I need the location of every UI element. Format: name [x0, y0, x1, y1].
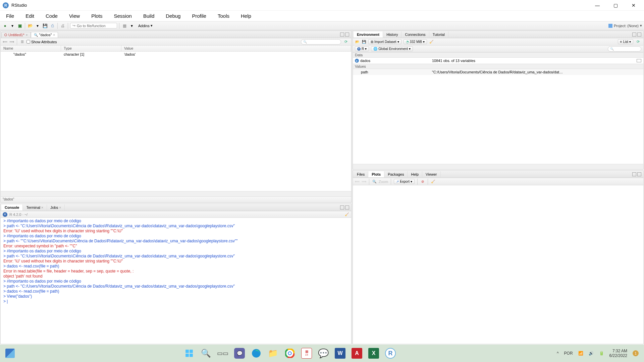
close-icon[interactable]: ×	[59, 206, 61, 209]
tab-plots[interactable]: Plots	[368, 171, 384, 177]
refresh-icon[interactable]: ⟳	[637, 40, 641, 44]
battery-icon[interactable]: 🔋	[599, 351, 604, 356]
excel-icon[interactable]: X	[368, 348, 379, 359]
prev-plot-icon[interactable]: ⟸	[355, 179, 360, 184]
tab-dados[interactable]: 🔍 "dados" ×	[31, 32, 58, 38]
clear-env-icon[interactable]: 🧹	[429, 40, 434, 44]
print-icon[interactable]: 🖨	[60, 23, 66, 29]
tab-history[interactable]: History	[383, 32, 401, 38]
r-engine-button[interactable]: R R ▾	[355, 46, 369, 51]
tab-connections[interactable]: Connections	[401, 32, 429, 38]
menu-code[interactable]: Code	[44, 12, 60, 20]
teams-icon[interactable]: 💬	[234, 348, 245, 359]
zoom-icon[interactable]: 🔍	[372, 179, 377, 184]
close-icon[interactable]: ×	[26, 33, 28, 37]
pane-minimize-icon[interactable]	[340, 33, 344, 37]
column-name[interactable]: Name	[1, 46, 61, 51]
grid-dropdown-icon[interactable]: ▾	[129, 23, 135, 29]
tab-tutorial[interactable]: Tutorial	[429, 32, 448, 38]
grid-icon[interactable]: ▦	[121, 23, 127, 29]
close-button[interactable]: ✕	[626, 0, 641, 11]
filter-icon[interactable]: ☰	[20, 40, 24, 44]
language-indicator[interactable]: POR	[564, 351, 573, 356]
import-dataset-button[interactable]: ⊞ Import Dataset ▾	[368, 39, 401, 44]
pane-maximize-icon[interactable]	[345, 33, 349, 37]
tab-jobs[interactable]: Jobs ×	[47, 204, 65, 210]
explorer-icon[interactable]: 📁	[268, 348, 278, 359]
refresh-icon[interactable]: ⟳	[344, 40, 349, 44]
tab-untitled1[interactable]: Untitled1* ×	[1, 32, 31, 38]
show-attributes-checkbox[interactable]: Show Attributes	[26, 40, 57, 44]
column-type[interactable]: Type	[61, 46, 121, 51]
save-workspace-icon[interactable]: 💾	[362, 40, 366, 44]
open-file-icon[interactable]: 📂	[27, 23, 33, 29]
menu-view[interactable]: View	[67, 12, 82, 20]
horizontal-scrollbar[interactable]	[1, 191, 351, 196]
volume-icon[interactable]: 🔊	[589, 351, 594, 356]
task-view-icon[interactable]: ▭▭	[217, 348, 228, 359]
menu-plots[interactable]: Plots	[89, 12, 104, 20]
notification-badge[interactable]: 1	[633, 350, 639, 356]
wifi-icon[interactable]: 📶	[578, 351, 583, 356]
addins-button[interactable]: Addins ▾	[136, 23, 155, 28]
close-icon[interactable]: ×	[41, 206, 43, 209]
clear-console-icon[interactable]: 🧹	[344, 212, 349, 217]
tab-files[interactable]: Files	[354, 171, 368, 177]
horizontal-scrollbar[interactable]	[353, 164, 643, 169]
acrobat-icon[interactable]: A	[352, 348, 362, 359]
pane-minimize-icon[interactable]	[632, 33, 636, 37]
tab-terminal[interactable]: Terminal ×	[23, 204, 47, 210]
menu-tools[interactable]: Tools	[216, 12, 231, 20]
list-view-button[interactable]: ≡ List ▾	[618, 39, 633, 44]
menu-session[interactable]: Session	[112, 12, 134, 20]
close-icon[interactable]: ×	[53, 33, 55, 37]
back-icon[interactable]: ⟸	[3, 40, 7, 44]
menu-debug[interactable]: Debug	[164, 12, 182, 20]
expand-icon[interactable]: ▸	[355, 59, 359, 63]
open-dropdown-icon[interactable]: ▾	[35, 23, 41, 29]
new-file-icon[interactable]: ●	[2, 23, 8, 29]
rstudio-taskbar-icon[interactable]: R	[385, 348, 396, 359]
clock[interactable]: 7:32 AM 6/22/2022	[609, 349, 627, 358]
save-all-icon[interactable]: ⎙	[49, 23, 55, 29]
export-button[interactable]: ↗ Export ▾	[394, 179, 415, 184]
column-value[interactable]: Value	[121, 46, 351, 51]
save-icon[interactable]: 💾	[42, 23, 48, 29]
new-project-icon[interactable]: ▣	[17, 23, 23, 29]
pane-maximize-icon[interactable]	[637, 33, 641, 37]
global-env-button[interactable]: 🌐 Global Environment ▾	[371, 46, 413, 51]
memory-usage-button[interactable]: ◔ 332 MiB ▾	[404, 39, 427, 44]
menu-profile[interactable]: Profile	[190, 12, 208, 20]
tab-environment[interactable]: Environment	[354, 32, 383, 38]
calendar-icon[interactable]: ▦15	[301, 348, 312, 359]
tray-chevron-icon[interactable]: ^	[557, 351, 559, 356]
tab-help[interactable]: Help	[408, 171, 422, 177]
env-row-dados[interactable]: ▸ dados 10841 obs. of 13 variables	[353, 58, 643, 64]
whatsapp-icon[interactable]: 💬	[318, 348, 329, 359]
tab-viewer[interactable]: Viewer	[422, 171, 440, 177]
maximize-button[interactable]: ▢	[608, 0, 623, 11]
env-search-input[interactable]	[608, 46, 641, 52]
chrome-icon[interactable]	[284, 348, 295, 359]
pane-minimize-icon[interactable]	[340, 205, 344, 209]
word-icon[interactable]: W	[335, 348, 345, 359]
env-row-path[interactable]: path "C:/Users/Vitoria/Documents/Ciência…	[353, 69, 643, 75]
tab-console[interactable]: Console	[1, 204, 23, 210]
search-icon[interactable]: 🔍	[201, 348, 211, 359]
goto-file-input[interactable]: ↪ Go to file/function	[70, 23, 117, 28]
new-file-dropdown-icon[interactable]: ▾	[9, 23, 15, 29]
viewer-search-input[interactable]	[301, 39, 341, 45]
view-table-icon[interactable]	[637, 59, 641, 62]
forward-icon[interactable]: ⟹	[9, 40, 14, 44]
widgets-icon[interactable]	[5, 349, 15, 358]
pane-maximize-icon[interactable]	[637, 172, 641, 176]
pane-maximize-icon[interactable]	[345, 205, 349, 209]
remove-plot-icon[interactable]: ⊘	[420, 179, 425, 184]
menu-help[interactable]: Help	[239, 12, 253, 20]
menu-build[interactable]: Build	[141, 12, 156, 20]
tab-packages[interactable]: Packages	[384, 171, 408, 177]
load-workspace-icon[interactable]: 📂	[355, 40, 360, 44]
pane-minimize-icon[interactable]	[632, 172, 636, 176]
menu-edit[interactable]: Edit	[23, 12, 36, 20]
menu-file[interactable]: File	[4, 12, 16, 20]
